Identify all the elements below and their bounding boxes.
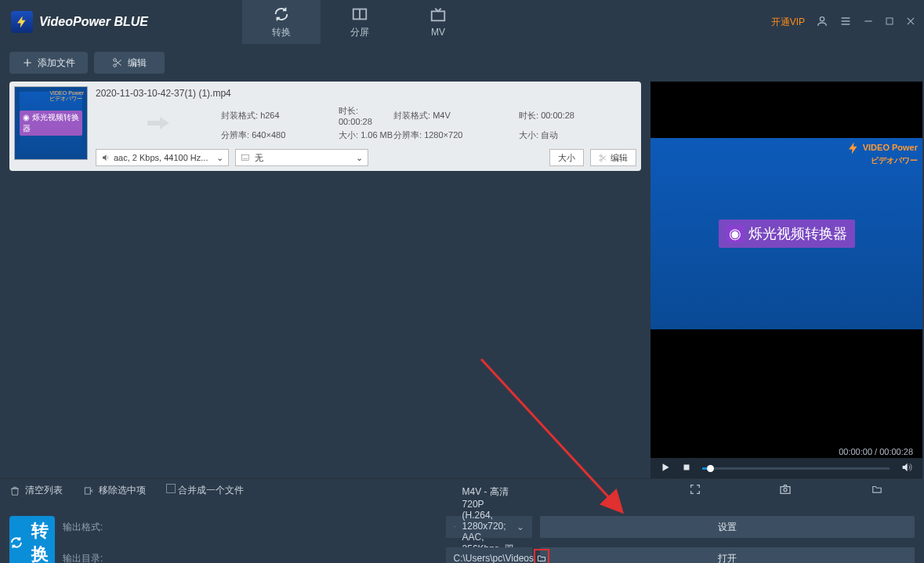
close-icon[interactable] — [905, 16, 916, 29]
add-file-button[interactable]: 添加文件 — [9, 52, 88, 74]
src-duration: 时长: 00:00:28 — [339, 105, 393, 126]
checkbox-icon — [166, 484, 176, 493]
dst-resolution: 分辨率: 1280×720 — [393, 129, 519, 141]
output-format-select[interactable]: M4V - 高清720P (H.264, 1280x720; AAC, 256K… — [446, 516, 532, 538]
file-details: 2020-11-03-10-42-37(1) (1).mp4 封装格式: h26… — [96, 86, 636, 166]
fullscreen-button[interactable] — [689, 483, 701, 498]
thumb-brand-icon: VIDEO Powerビデオパワー — [49, 90, 84, 101]
item-edit-button[interactable]: 编辑 — [590, 149, 636, 166]
browse-folder-button[interactable] — [534, 549, 549, 563]
split-icon — [351, 5, 368, 23]
open-folder-button[interactable] — [870, 484, 884, 497]
menu-icon[interactable] — [839, 15, 852, 30]
scissors-icon — [112, 57, 123, 68]
tv-icon — [429, 6, 447, 24]
src-format: 封装格式: h264 — [221, 110, 339, 122]
tab-split[interactable]: 分屏 — [321, 0, 399, 44]
svg-rect-2 — [432, 11, 445, 20]
svg-rect-16 — [454, 526, 455, 528]
titlebar: VideoPower BLUE 转换 分屏 MV 开通VIP — [0, 0, 924, 44]
dst-duration: 时长: 00:00:28 — [519, 110, 636, 122]
svg-rect-13 — [85, 487, 90, 493]
output-dir-label: 输出目录: — [63, 552, 438, 564]
user-icon[interactable] — [816, 15, 828, 30]
output-dir-field[interactable]: C:\Users\pc\Videos — [446, 547, 532, 563]
speaker-icon — [101, 153, 111, 162]
subtitle-select[interactable]: 无 ⌄ — [235, 149, 368, 166]
output-settings: 输出格式: M4V - 高清720P (H.264, 1280x720; AAC… — [0, 502, 924, 563]
thumbnail[interactable]: ◉ 烁光视频转换器 VIDEO Powerビデオパワー — [14, 86, 88, 160]
scissors-icon — [599, 154, 607, 162]
open-button[interactable]: 打开 — [540, 547, 915, 563]
minimize-icon[interactable] — [863, 16, 874, 29]
film-icon — [454, 522, 456, 532]
tab-convert[interactable]: 转换 — [242, 0, 321, 44]
src-resolution: 分辨率: 640×480 — [221, 129, 339, 141]
vip-link[interactable]: 开通VIP — [771, 16, 805, 29]
src-size: 大小: 1.06 MB — [339, 129, 393, 141]
svg-rect-8 — [242, 155, 249, 161]
folder-icon — [535, 554, 548, 563]
audio-track-select[interactable]: aac, 2 Kbps, 44100 Hz... ⌄ — [96, 149, 229, 166]
svg-point-15 — [784, 489, 787, 492]
bolt-icon — [846, 141, 861, 155]
merge-checkbox[interactable]: 合并成一个文件 — [166, 484, 244, 497]
toolbar: 添加文件 编辑 — [0, 44, 924, 82]
volume-button[interactable] — [900, 461, 913, 476]
svg-rect-12 — [684, 464, 690, 470]
main-tabs: 转换 分屏 MV — [242, 0, 477, 44]
preview-time: 00:00:00 / 00:00:28 — [839, 447, 913, 456]
clear-list-button[interactable]: 清空列表 — [9, 484, 63, 497]
trash-icon — [9, 485, 20, 496]
player-controls — [650, 458, 922, 478]
tab-mv[interactable]: MV — [399, 0, 477, 44]
dst-format: 封装格式: M4V — [393, 110, 519, 122]
play-button[interactable] — [660, 462, 671, 475]
window-controls: 开通VIP — [771, 15, 924, 30]
preview-operations — [650, 478, 922, 502]
arrow-icon — [96, 116, 221, 130]
file-name: 2020-11-03-10-42-37(1) (1).mp4 — [96, 88, 636, 99]
seek-bar[interactable] — [702, 467, 890, 470]
file-item[interactable]: ◉ 烁光视频转换器 VIDEO Powerビデオパワー 2020-11-03-1… — [9, 82, 641, 171]
chevron-down-icon: ⌄ — [516, 521, 524, 532]
content-area: ◉ 烁光视频转换器 VIDEO Powerビデオパワー 2020-11-03-1… — [0, 82, 924, 478]
remove-icon — [83, 485, 94, 496]
refresh-icon — [9, 532, 24, 553]
size-button[interactable]: 大小 — [549, 149, 584, 166]
convert-button[interactable]: 转换 — [9, 516, 55, 563]
app-logo: VideoPower BLUE — [0, 11, 148, 33]
refresh-icon — [273, 5, 290, 23]
chevron-down-icon: ⌄ — [216, 153, 223, 163]
app-name: VideoPower BLUE — [39, 15, 148, 29]
preview-pane: ◉ 烁光视频转换器 VIDEO Power ビデオパワー 00:00:00 / … — [650, 82, 922, 478]
svg-rect-14 — [781, 487, 790, 494]
preview-overlay: ◉ 烁光视频转换器 — [719, 220, 855, 248]
chevron-down-icon: ⌄ — [356, 153, 363, 163]
dst-size: 大小: 自动 — [519, 129, 636, 141]
list-operations: 清空列表 移除选中项 合并成一个文件 — [0, 478, 650, 502]
subtitle-icon — [241, 153, 250, 162]
file-list: ◉ 烁光视频转换器 VIDEO Powerビデオパワー 2020-11-03-1… — [0, 82, 650, 478]
thumb-overlay: ◉ 烁光视频转换器 — [20, 111, 82, 136]
bolt-icon — [11, 11, 33, 33]
preview-brand: VIDEO Power ビデオパワー — [846, 141, 918, 165]
remove-selected-button[interactable]: 移除选中项 — [83, 484, 146, 497]
stop-button[interactable] — [682, 463, 691, 474]
preview-video[interactable]: ◉ 烁光视频转换器 — [650, 138, 922, 329]
output-format-label: 输出格式: — [63, 521, 438, 534]
snapshot-button[interactable] — [778, 483, 792, 498]
svg-point-3 — [820, 16, 824, 20]
settings-button[interactable]: 设置 — [540, 516, 915, 538]
maximize-icon[interactable] — [885, 16, 894, 28]
svg-rect-5 — [886, 18, 893, 24]
edit-button[interactable]: 编辑 — [94, 52, 165, 74]
plus-icon — [22, 57, 33, 68]
